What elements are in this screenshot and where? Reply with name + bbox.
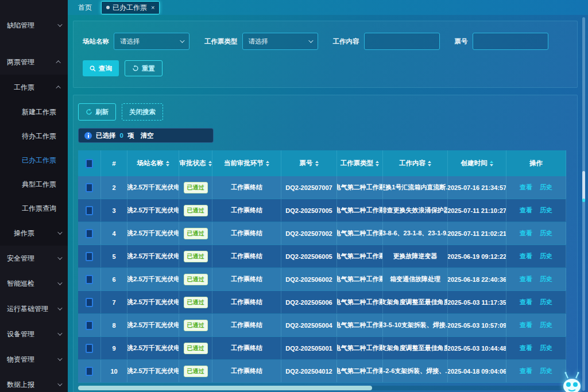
close-search-button[interactable]: 关闭搜索 bbox=[122, 103, 163, 121]
row-checkbox[interactable] bbox=[86, 344, 93, 353]
sort-icon bbox=[428, 161, 431, 166]
view-link[interactable]: 查看 bbox=[520, 183, 532, 192]
view-link[interactable]: 查看 bbox=[520, 275, 532, 284]
row-content: 箱变通信故障处理 bbox=[383, 268, 448, 290]
station-select[interactable]: 请选择 bbox=[114, 33, 189, 50]
history-link[interactable]: 历史 bbox=[540, 367, 552, 375]
row-checkbox[interactable] bbox=[86, 183, 93, 192]
work-content-input[interactable] bbox=[364, 33, 440, 50]
header-ticket-no[interactable]: 票号 bbox=[281, 150, 337, 176]
row-type: 电气第二种工作票 bbox=[337, 268, 383, 290]
sidebar-item-defect-mgmt[interactable]: 缺陷管理 bbox=[0, 13, 68, 38]
row-ticket-no: DQ2-202506005 bbox=[281, 245, 337, 267]
history-link[interactable]: 历史 bbox=[540, 206, 552, 215]
sidebar-item-done-work-ticket[interactable]: 已办工作票 bbox=[0, 148, 68, 172]
view-link[interactable]: 查看 bbox=[520, 206, 532, 215]
history-link[interactable]: 历史 bbox=[540, 344, 552, 352]
sidebar-item-pending-work-ticket[interactable]: 待办工作票 bbox=[0, 124, 68, 148]
row-created: 2025-07-11 21:10:27 bbox=[448, 199, 506, 222]
tab-home[interactable]: 首页 bbox=[74, 1, 96, 14]
horizontal-scrollbar-track[interactable] bbox=[78, 386, 573, 390]
row-checkbox[interactable] bbox=[86, 321, 93, 330]
select-all-checkbox[interactable] bbox=[86, 159, 93, 168]
clear-selection-link[interactable]: 清空 bbox=[140, 131, 153, 140]
sidebar-item-work-ticket-query[interactable]: 工作票查询 bbox=[0, 196, 68, 220]
row-index: 6 bbox=[101, 268, 127, 290]
tab-done-work-ticket[interactable]: 已办工作票 × bbox=[101, 1, 160, 14]
history-link[interactable]: 历史 bbox=[540, 275, 552, 284]
ticket-no-field: 票号 bbox=[455, 33, 548, 50]
sidebar-item-equipment-mgmt[interactable]: 设备管理 bbox=[0, 321, 68, 347]
ticket-type-select[interactable]: 请选择 bbox=[242, 33, 318, 50]
sidebar-item-work-ticket[interactable]: 工作票 bbox=[0, 75, 68, 100]
row-checkbox[interactable] bbox=[86, 298, 93, 307]
sidebar-item-typical-work-ticket[interactable]: 典型工作票 bbox=[0, 172, 68, 196]
sidebar-item-material-mgmt[interactable]: 物资管理 bbox=[0, 347, 68, 372]
view-link[interactable]: 查看 bbox=[520, 298, 532, 306]
sidebar-item-label: 操作票 bbox=[14, 228, 34, 238]
row-step: 工作票终结 bbox=[212, 314, 281, 336]
header-content[interactable]: 工作内容 bbox=[383, 150, 448, 176]
sidebar-item-data-report[interactable]: 数据上报 bbox=[0, 372, 68, 392]
row-checkbox[interactable] bbox=[86, 367, 93, 376]
row-status: 已通过 bbox=[179, 222, 212, 244]
header-label: 票号 bbox=[300, 159, 313, 168]
row-status: 已通过 bbox=[179, 314, 212, 336]
history-link[interactable]: 历史 bbox=[540, 183, 552, 192]
header-status[interactable]: 审批状态 bbox=[179, 150, 212, 176]
vertical-scrollbar-track[interactable] bbox=[582, 17, 585, 391]
row-type: 电气第二种工作票 bbox=[337, 176, 383, 199]
sidebar-item-operation-basic-mgmt[interactable]: 运行基础管理 bbox=[0, 296, 68, 321]
row-ops: 查看历史 bbox=[506, 222, 566, 244]
header-step[interactable]: 当前审批环节 bbox=[212, 150, 281, 176]
sidebar-item-smart-inspection[interactable]: 智能巡检 bbox=[0, 271, 68, 296]
row-checkbox-cell bbox=[78, 314, 101, 336]
ticket-no-input[interactable] bbox=[473, 33, 548, 50]
sidebar-item-two-tickets[interactable]: 两票管理 bbox=[0, 49, 68, 75]
sidebar-item-new-work-ticket[interactable]: 新建工作票 bbox=[0, 100, 68, 124]
history-link[interactable]: 历史 bbox=[540, 252, 552, 261]
history-link[interactable]: 历史 bbox=[540, 298, 552, 306]
chevron-down-icon bbox=[57, 331, 62, 335]
tab-dot-icon bbox=[106, 6, 110, 9]
view-link[interactable]: 查看 bbox=[520, 252, 532, 261]
sidebar-item-safety-mgmt[interactable]: 安全管理 bbox=[0, 246, 68, 271]
view-link[interactable]: 查看 bbox=[520, 229, 532, 238]
chevron-down-icon bbox=[57, 305, 62, 310]
row-checkbox[interactable] bbox=[86, 252, 93, 261]
header-label: 创建时间 bbox=[461, 159, 488, 168]
horizontal-scrollbar-thumb[interactable] bbox=[78, 386, 372, 390]
view-link[interactable]: 查看 bbox=[520, 367, 532, 375]
query-button[interactable]: 查询 bbox=[83, 60, 119, 76]
view-link[interactable]: 查看 bbox=[520, 321, 532, 329]
view-link[interactable]: 查看 bbox=[520, 344, 532, 352]
search-icon bbox=[90, 65, 96, 72]
table-row: 4 临洮2.5万千瓦光伏电... 已通过 工作票终结 DQ2-202507002… bbox=[78, 222, 566, 245]
row-checkbox[interactable] bbox=[86, 275, 93, 284]
refresh-button[interactable]: 刷新 bbox=[78, 103, 116, 121]
row-step: 工作票终结 bbox=[212, 199, 281, 222]
history-link[interactable]: 历史 bbox=[540, 321, 552, 329]
row-index: 4 bbox=[101, 222, 127, 244]
vertical-scrollbar-thumb[interactable] bbox=[582, 171, 585, 201]
row-checkbox[interactable] bbox=[86, 229, 93, 238]
reset-button[interactable]: 重置 bbox=[125, 60, 163, 76]
table-panel: 刷新 关闭搜索 已选择 0 项 清空 bbox=[73, 95, 578, 392]
sidebar-item-label: 运行基础管理 bbox=[7, 304, 48, 314]
row-station: 临洮2.5万千瓦光伏电... bbox=[127, 199, 179, 222]
row-index: 8 bbox=[101, 314, 127, 336]
row-checkbox[interactable] bbox=[86, 206, 93, 215]
history-link[interactable]: 历史 bbox=[540, 229, 552, 238]
header-label: 当前审批环节 bbox=[224, 159, 264, 168]
close-icon[interactable]: × bbox=[151, 4, 154, 11]
sidebar-item-label: 安全管理 bbox=[7, 254, 34, 263]
header-type[interactable]: 工作票类型 bbox=[337, 150, 383, 176]
row-content: 排查更换失效浪涌保护器 bbox=[383, 199, 448, 222]
chevron-down-icon bbox=[57, 230, 62, 234]
header-station[interactable]: 场站名称 bbox=[127, 150, 179, 176]
row-status: 已通过 bbox=[179, 360, 212, 382]
header-created[interactable]: 创建时间 bbox=[448, 150, 506, 176]
row-created: 2025-05-03 10:57:09 bbox=[448, 314, 506, 336]
sidebar-item-operation-ticket[interactable]: 操作票 bbox=[0, 220, 68, 246]
assistant-robot-icon[interactable] bbox=[560, 371, 583, 392]
